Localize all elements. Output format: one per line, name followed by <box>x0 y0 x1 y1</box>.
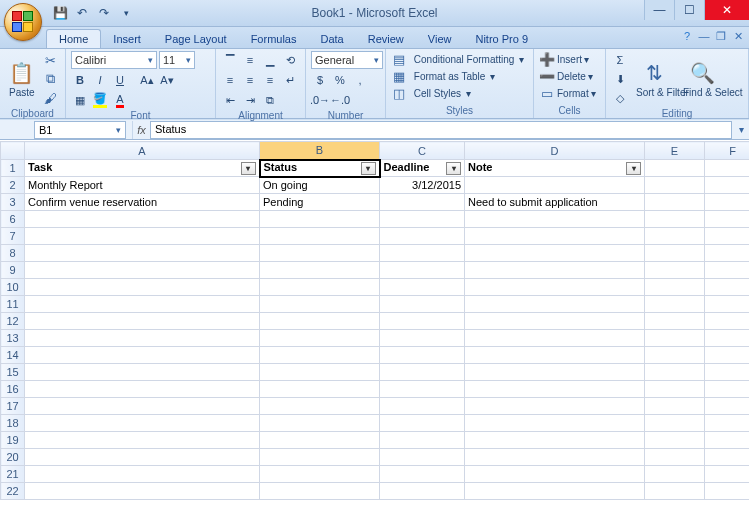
qat-customize-icon[interactable]: ▾ <box>116 3 136 23</box>
underline-button[interactable]: U <box>111 71 129 89</box>
row-header-14[interactable]: 14 <box>1 347 25 364</box>
cell-F1[interactable] <box>705 160 750 177</box>
col-header-C[interactable]: C <box>380 142 465 160</box>
cell-B3[interactable]: Pending <box>260 194 380 211</box>
cell-B8[interactable] <box>260 245 380 262</box>
row-header-8[interactable]: 8 <box>1 245 25 262</box>
cell-F12[interactable] <box>705 313 750 330</box>
cell-A9[interactable] <box>25 262 260 279</box>
tab-formulas[interactable]: Formulas <box>239 30 309 48</box>
autosum-button[interactable]: Σ <box>611 51 629 69</box>
name-box[interactable]: B1▾ <box>34 121 126 139</box>
cell-E3[interactable] <box>645 194 705 211</box>
col-header-F[interactable]: F <box>705 142 750 160</box>
cell-D8[interactable] <box>465 245 645 262</box>
mdi-minimize-icon[interactable]: — <box>697 29 711 43</box>
cell-A2[interactable]: Monthly Report <box>25 177 260 194</box>
cell-F13[interactable] <box>705 330 750 347</box>
cell-F8[interactable] <box>705 245 750 262</box>
orientation-button[interactable]: ⟲ <box>281 51 299 69</box>
cell-A7[interactable] <box>25 228 260 245</box>
cell-F18[interactable] <box>705 415 750 432</box>
cell-A20[interactable] <box>25 449 260 466</box>
row-header-18[interactable]: 18 <box>1 415 25 432</box>
row-header-20[interactable]: 20 <box>1 449 25 466</box>
cell-C12[interactable] <box>380 313 465 330</box>
cell-D1[interactable]: Note▾ <box>465 160 645 177</box>
cell-A14[interactable] <box>25 347 260 364</box>
cell-F15[interactable] <box>705 364 750 381</box>
cell-D2[interactable] <box>465 177 645 194</box>
bold-button[interactable]: B <box>71 71 89 89</box>
currency-button[interactable]: $ <box>311 71 329 89</box>
row-header-9[interactable]: 9 <box>1 262 25 279</box>
cell-A1[interactable]: Task▾ <box>25 160 260 177</box>
cell-D19[interactable] <box>465 432 645 449</box>
cell-A19[interactable] <box>25 432 260 449</box>
save-icon[interactable]: 💾 <box>50 3 70 23</box>
percent-button[interactable]: % <box>331 71 349 89</box>
cell-D10[interactable] <box>465 279 645 296</box>
cell-B22[interactable] <box>260 483 380 500</box>
cell-C7[interactable] <box>380 228 465 245</box>
fx-button[interactable]: fx <box>132 121 150 139</box>
mdi-close-icon[interactable]: ✕ <box>731 29 745 43</box>
cell-A11[interactable] <box>25 296 260 313</box>
cell-C17[interactable] <box>380 398 465 415</box>
cell-B19[interactable] <box>260 432 380 449</box>
borders-button[interactable]: ▦ <box>71 91 89 109</box>
cell-F14[interactable] <box>705 347 750 364</box>
cell-A3[interactable]: Confirm venue reservation <box>25 194 260 211</box>
cell-E1[interactable] <box>645 160 705 177</box>
cell-C9[interactable] <box>380 262 465 279</box>
delete-cells-button[interactable]: ➖Delete▾ <box>539 68 600 84</box>
close-button[interactable]: ✕ <box>704 0 749 20</box>
align-right-button[interactable]: ≡ <box>261 71 279 89</box>
filter-button-B[interactable]: ▾ <box>361 162 376 175</box>
cell-A13[interactable] <box>25 330 260 347</box>
cell-D16[interactable] <box>465 381 645 398</box>
row-header-19[interactable]: 19 <box>1 432 25 449</box>
cell-E16[interactable] <box>645 381 705 398</box>
cell-B17[interactable] <box>260 398 380 415</box>
cell-B10[interactable] <box>260 279 380 296</box>
cell-E11[interactable] <box>645 296 705 313</box>
cell-C18[interactable] <box>380 415 465 432</box>
row-header-12[interactable]: 12 <box>1 313 25 330</box>
cell-D7[interactable] <box>465 228 645 245</box>
cell-B15[interactable] <box>260 364 380 381</box>
font-size-combo[interactable]: 11▾ <box>159 51 195 69</box>
align-center-button[interactable]: ≡ <box>241 71 259 89</box>
cell-E12[interactable] <box>645 313 705 330</box>
cell-F22[interactable] <box>705 483 750 500</box>
minimize-button[interactable]: — <box>644 0 674 20</box>
cell-A10[interactable] <box>25 279 260 296</box>
cell-E21[interactable] <box>645 466 705 483</box>
filter-button-A[interactable]: ▾ <box>241 162 256 175</box>
cell-E14[interactable] <box>645 347 705 364</box>
cell-C15[interactable] <box>380 364 465 381</box>
cell-E13[interactable] <box>645 330 705 347</box>
align-middle-button[interactable]: ≡ <box>241 51 259 69</box>
cell-D3[interactable]: Need to submit application <box>465 194 645 211</box>
cell-B21[interactable] <box>260 466 380 483</box>
tab-nitro[interactable]: Nitro Pro 9 <box>463 30 540 48</box>
cell-C2[interactable]: 3/12/2015 <box>380 177 465 194</box>
grow-font-button[interactable]: A▴ <box>138 71 156 89</box>
cell-B13[interactable] <box>260 330 380 347</box>
row-header-10[interactable]: 10 <box>1 279 25 296</box>
cell-E18[interactable] <box>645 415 705 432</box>
row-header-11[interactable]: 11 <box>1 296 25 313</box>
col-header-E[interactable]: E <box>645 142 705 160</box>
col-header-D[interactable]: D <box>465 142 645 160</box>
tab-view[interactable]: View <box>416 30 464 48</box>
formula-input[interactable]: Status <box>150 121 732 139</box>
row-header-17[interactable]: 17 <box>1 398 25 415</box>
cell-A6[interactable] <box>25 211 260 228</box>
wrap-text-button[interactable]: ↵ <box>281 71 299 89</box>
align-top-button[interactable]: ▔ <box>221 51 239 69</box>
cell-C13[interactable] <box>380 330 465 347</box>
cell-E8[interactable] <box>645 245 705 262</box>
cell-B12[interactable] <box>260 313 380 330</box>
copy-button[interactable]: ⧉ <box>42 70 60 88</box>
